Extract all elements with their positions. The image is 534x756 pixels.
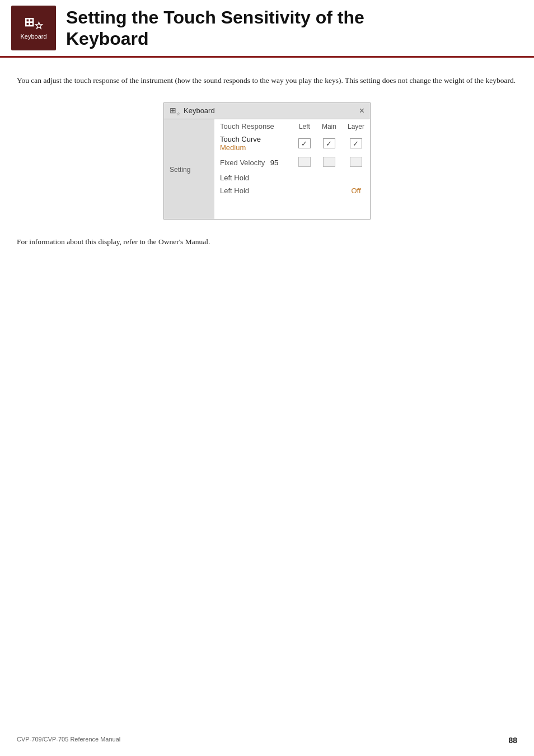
fixed-velocity-left-check[interactable] bbox=[293, 155, 316, 171]
fixed-velocity-cell: Fixed Velocity 95 bbox=[214, 155, 293, 171]
keyboard-icon: ⊞☆ bbox=[24, 16, 43, 31]
column-header-row: Setting Touch Response Left Main Layer bbox=[164, 119, 370, 132]
page-header: ⊞☆ Keyboard Setting the Touch Sensitivit… bbox=[0, 0, 534, 58]
intro-text: You can adjust the touch response of the… bbox=[17, 74, 517, 87]
fixed-velocity-label: Fixed Velocity bbox=[220, 158, 265, 167]
empty-check-left bbox=[298, 157, 311, 167]
touch-response-header: Touch Response bbox=[214, 119, 293, 132]
col-header-layer: Layer bbox=[342, 119, 370, 132]
settings-table: Setting Touch Response Left Main Layer bbox=[164, 119, 370, 219]
header-icon-label: Keyboard bbox=[20, 33, 46, 40]
title-line1: Setting the Touch Sensitivity of the bbox=[66, 7, 364, 27]
dialog-body: Setting Touch Response Left Main Layer bbox=[164, 119, 370, 219]
empty-check-layer bbox=[350, 157, 362, 167]
dialog-titlebar: ⊞☆ Keyboard × bbox=[164, 103, 370, 120]
dialog-title-text: Keyboard bbox=[184, 106, 215, 115]
page-number: 88 bbox=[508, 736, 517, 745]
header-icon-block: ⊞☆ Keyboard bbox=[11, 6, 56, 50]
keyboard-dialog: ⊞☆ Keyboard × Setting Touch bbox=[163, 102, 371, 220]
main-content: You can adjust the touch response of the… bbox=[0, 74, 534, 246]
left-hold-label-cell: Left Hold bbox=[214, 185, 293, 197]
fixed-velocity-layer-check[interactable] bbox=[342, 155, 370, 171]
left-hold-value: Off bbox=[351, 186, 360, 195]
dialog-keyboard-icon: ⊞☆ bbox=[170, 106, 180, 116]
dialog-wrapper: ⊞☆ Keyboard × Setting Touch bbox=[17, 102, 517, 220]
touch-curve-layer-check[interactable] bbox=[342, 132, 370, 155]
left-hold-label: Left Hold bbox=[220, 186, 249, 195]
layer-checkmark bbox=[350, 138, 362, 148]
dialog-close-button[interactable]: × bbox=[359, 106, 364, 115]
touch-curve-label: Touch Curve Medium bbox=[220, 135, 261, 152]
empty-check-main bbox=[323, 157, 335, 167]
left-hold-section-header: Left Hold bbox=[214, 171, 370, 185]
touch-curve-cell: Touch Curve Medium bbox=[214, 132, 293, 155]
left-checkmark bbox=[298, 138, 311, 148]
sidebar-setting-label: Setting bbox=[164, 119, 214, 219]
touch-curve-left-check[interactable] bbox=[293, 132, 316, 155]
footer-note: For information about this display, refe… bbox=[17, 237, 517, 246]
touch-curve-label-text: Touch Curve bbox=[220, 135, 261, 143]
fixed-velocity-value: 95 bbox=[270, 158, 278, 167]
title-line2: Keyboard bbox=[66, 29, 149, 49]
touch-response-label: Touch Response bbox=[220, 122, 274, 130]
left-hold-spacer bbox=[293, 185, 342, 197]
col-header-main: Main bbox=[316, 119, 342, 132]
left-hold-value-cell: Off bbox=[342, 185, 370, 197]
page-footer: CVP-709/CVP-705 Reference Manual 88 bbox=[17, 736, 517, 745]
page-title: Setting the Touch Sensitivity of the Key… bbox=[66, 7, 364, 50]
touch-curve-value: Medium bbox=[220, 143, 246, 152]
manual-name: CVP-709/CVP-705 Reference Manual bbox=[17, 736, 120, 745]
fixed-velocity-main-check[interactable] bbox=[316, 155, 342, 171]
dialog-title-left: ⊞☆ Keyboard bbox=[170, 106, 215, 116]
main-checkmark bbox=[323, 138, 335, 148]
col-header-left: Left bbox=[293, 119, 316, 132]
touch-curve-main-check[interactable] bbox=[316, 132, 342, 155]
